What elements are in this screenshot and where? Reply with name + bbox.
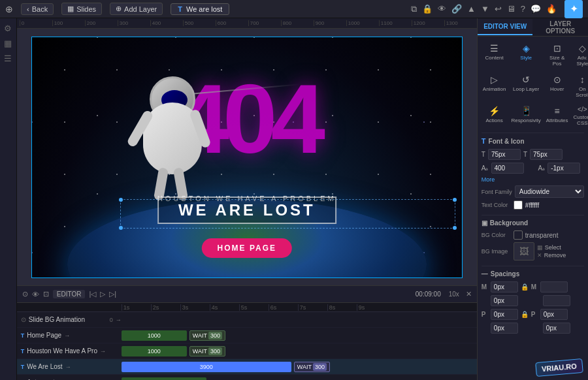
tl-next-icon[interactable]: ▷| xyxy=(109,290,116,298)
style-item-style[interactable]: ◈ Style xyxy=(510,40,542,69)
tl-bar-astronaut[interactable]: 2000 xyxy=(122,377,206,380)
slide-canvas[interactable]: 404 HOUSTON WE HAVE A PROBLEM WE ARE LOS… xyxy=(17,29,477,285)
flame-icon[interactable]: 🔥 xyxy=(546,4,557,14)
tl-track-astronaut: 2000 xyxy=(122,375,477,380)
tl-play-icon[interactable]: ⊙ xyxy=(22,290,28,298)
style-item-responsivity[interactable]: 📱 Responsivity xyxy=(510,103,542,129)
home-page-button[interactable]: HOME PAGE xyxy=(202,238,292,258)
tl-row-slide-bg[interactable]: ⊙ Slide BG Animation 0 → xyxy=(17,312,477,328)
rp-header: EDITOR VIEW LAYER OPTIONS xyxy=(478,18,588,37)
copy-icon[interactable]: ⧉ xyxy=(411,4,417,14)
tl-label-home-page[interactable]: T Home Page → xyxy=(17,332,122,339)
tl-arrow-houston[interactable]: → xyxy=(100,348,106,355)
style-item-actions[interactable]: ⚡ Actions xyxy=(482,103,508,129)
tl-eye-icon[interactable]: 👁 xyxy=(32,291,39,298)
tl-wait-we-are-lost[interactable]: WAIT 300 xyxy=(294,362,330,372)
tl-label-houston[interactable]: T Houston We Have A Pro → xyxy=(17,347,122,355)
font-weight-input[interactable] xyxy=(491,163,524,174)
slide-title-bar[interactable]: T We are lost xyxy=(171,3,229,15)
padding-lock-icon[interactable]: 🔒 xyxy=(521,311,529,318)
undo-icon[interactable]: ↩ xyxy=(495,4,502,14)
style-item-animation[interactable]: ▷ Animation xyxy=(482,72,508,101)
settings-icon[interactable]: ⚙ xyxy=(4,24,12,33)
tab-layer-options[interactable]: LAYER OPTIONS xyxy=(532,18,588,39)
ruler-300: 300 xyxy=(118,20,150,26)
slide-frame: 404 HOUSTON WE HAVE A PROBLEM WE ARE LOS… xyxy=(31,37,463,278)
font-icon-section: T Font & Icon T T Aₐ Aₐ More xyxy=(482,137,584,210)
background-section: ▣ Background BG Color transparent BG Ima… xyxy=(482,219,584,261)
padding-right-input[interactable] xyxy=(540,309,568,320)
tl-lock-icon[interactable]: ⊡ xyxy=(43,290,49,298)
wait-val-houston: 300 xyxy=(208,347,222,355)
style-item-custom-css[interactable]: </> Custom CSS xyxy=(572,103,588,129)
margin-val2-input[interactable] xyxy=(543,295,570,306)
comment-icon[interactable]: 💬 xyxy=(531,4,541,14)
tl-row-astronaut[interactable]: T Astronaut → 2000 xyxy=(17,375,477,380)
background-label: Background xyxy=(490,219,528,227)
tl-track-slide-bg xyxy=(122,312,477,327)
back-button[interactable]: ‹ Back xyxy=(21,3,54,15)
tl-prev-icon[interactable]: |◁ xyxy=(89,290,96,298)
letter-spacing-input[interactable] xyxy=(547,163,580,174)
layers-icon[interactable]: ☰ xyxy=(4,54,12,63)
link-icon[interactable]: 🔗 xyxy=(451,4,462,14)
text-color-swatch[interactable] xyxy=(514,200,523,210)
tl-arrow-we-are-lost[interactable]: → xyxy=(65,364,71,370)
tl-wait-houston[interactable]: WAIT 300 xyxy=(189,346,225,356)
tl-bar-home-page[interactable]: 1000 xyxy=(122,330,187,341)
tl-label-we-are-lost[interactable]: T We Are Lost → xyxy=(17,363,122,370)
bg-select-label[interactable]: Select xyxy=(545,244,561,251)
grid-icon[interactable]: ▦ xyxy=(4,39,12,48)
tl-t-icon-we-are-lost: T xyxy=(21,364,25,370)
we-are-lost-text[interactable]: WE ARE LOST xyxy=(157,197,336,224)
visibility-icon[interactable]: 👁 xyxy=(438,4,446,14)
tl-visibility-slide-bg[interactable]: ⊙ xyxy=(21,316,26,323)
style-item-adv-style[interactable]: ◇ Adv. Style xyxy=(572,40,588,69)
style-item-hover[interactable]: ⊙ Hover xyxy=(545,72,570,101)
tab-editor-view[interactable]: EDITOR VIEW xyxy=(478,19,533,35)
slides-button[interactable]: ▦ Slides xyxy=(61,3,102,15)
tl-arrow-slide-bg[interactable]: → xyxy=(116,317,122,323)
text-color-value: #ffffff xyxy=(525,202,539,209)
margin-bottom-input[interactable] xyxy=(491,295,518,306)
up-icon[interactable]: ▲ xyxy=(467,4,476,14)
font-size-1-input[interactable] xyxy=(488,149,521,160)
down-icon[interactable]: ▼ xyxy=(481,4,489,14)
lock-icon[interactable]: 🔒 xyxy=(422,4,433,14)
margin-lock-icon[interactable]: 🔒 xyxy=(521,283,529,291)
tl-close-icon[interactable]: ✕ xyxy=(466,290,472,298)
padding-bottom-input[interactable] xyxy=(491,323,518,334)
font-size-2-input[interactable] xyxy=(530,149,563,160)
padding-val2-input[interactable] xyxy=(543,323,570,334)
style-item-content[interactable]: ☰ Content xyxy=(482,40,508,69)
tl-row-we-are-lost[interactable]: T We Are Lost → 3900 WAIT 300 xyxy=(17,359,477,375)
timeline-controls: ⊙ 👁 ⊡ EDITOR |◁ ▷ ▷| 00:09:00 10x ✕ xyxy=(17,286,477,303)
more-link[interactable]: More xyxy=(482,176,495,183)
tl-play2-icon[interactable]: ▷ xyxy=(100,290,105,298)
tl-wait-home-page[interactable]: WAIT 300 xyxy=(189,330,225,341)
margin-right-input[interactable] xyxy=(540,281,568,293)
tl-row-houston[interactable]: T Houston We Have A Pro → 1000 WAIT 300 xyxy=(17,343,477,359)
tl-mark-2s: 2s xyxy=(151,304,180,311)
bg-remove-label[interactable]: Remove xyxy=(544,252,566,259)
monitor-icon[interactable]: 🖥 xyxy=(507,4,515,14)
tl-row-home-page[interactable]: T Home Page → 1000 WAIT 300 xyxy=(17,328,477,343)
bg-color-swatch[interactable] xyxy=(514,230,523,240)
style-item-size-pos[interactable]: ⊡ Size & Pos xyxy=(545,40,570,69)
style-item-attributes[interactable]: ≡ Attributes xyxy=(545,103,570,129)
help-icon[interactable]: ? xyxy=(521,4,525,14)
zoom-label: 10x xyxy=(449,291,459,298)
style-item-loop[interactable]: ↺ Loop Layer xyxy=(510,72,542,101)
style-item-on-scroll[interactable]: ↕ On Scroll xyxy=(572,72,588,101)
padding-top-input[interactable] xyxy=(491,309,518,320)
margin-top-input[interactable] xyxy=(491,281,518,293)
font-family-select[interactable]: Audiowide xyxy=(515,185,584,198)
tl-label-slide-bg[interactable]: ⊙ Slide BG Animation 0 → xyxy=(17,316,122,323)
tl-bar-houston[interactable]: 1000 xyxy=(122,346,187,356)
tl-arrow-home-page[interactable]: → xyxy=(64,332,70,339)
bg-image-preview: 🖼 xyxy=(514,242,534,261)
slider-icon-btn[interactable]: ✦ xyxy=(564,0,583,18)
tl-bar-we-are-lost[interactable]: 3900 xyxy=(122,362,291,372)
left-sidebar: ⚙ ▦ ☰ xyxy=(0,18,17,380)
add-layer-button[interactable]: ⊕ Add Layer xyxy=(110,3,163,15)
